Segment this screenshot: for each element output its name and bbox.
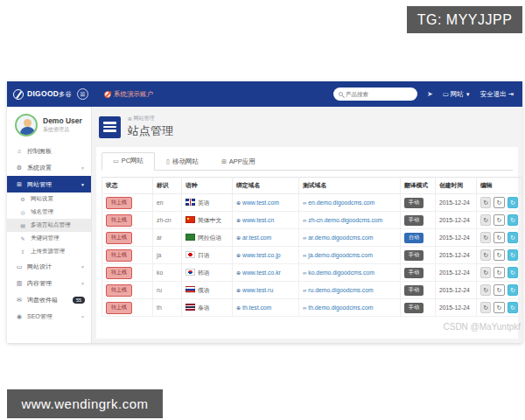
send-icon[interactable]: ➤ [427,90,433,98]
site-menu-label: 网站 [451,90,464,99]
sync-button[interactable] [508,267,518,278]
sites-table: 状态 标识 语种 绑定域名 测试域名 翻译模式 创建时间 编辑 [102,177,522,317]
search-input[interactable] [346,91,412,97]
sync-button[interactable] [508,197,518,208]
topbar-right: ➤ ▭ 网站 ▼ 安全退出 ⇥ [333,88,522,101]
link-icon: ∞ [303,218,306,223]
bound-domain-link[interactable]: www.test.cn [242,217,274,223]
site-code: ko [157,270,163,276]
user-card: Demo User 系统管理员 [7,107,91,143]
reload-button[interactable] [494,302,504,313]
test-domain-link[interactable]: ar.demo.digoodcms.com [308,234,373,241]
mode-badge: 手动 [404,215,424,226]
sidebar-item-keyword-management[interactable]: ✎ 关键词管理 [7,232,91,245]
bound-domain-link[interactable]: ar.test.com [242,234,271,241]
monitor-icon: ▭ [113,158,119,164]
sidebar-toggle-icon[interactable]: ☰ [77,88,88,100]
reload-button[interactable] [494,232,504,243]
sync-button[interactable] [508,284,518,296]
sync-button[interactable] [508,232,518,243]
test-domain-link[interactable]: zh-cn.demo.digoodcms.com [308,217,382,223]
chevron-down-icon: ▼ [80,165,85,171]
bound-domain-link[interactable]: www.test.co.jp [242,252,280,258]
tab-app[interactable]: ⊞ APP应用 [210,153,267,171]
flag-icon [186,216,195,223]
sidebar-item-faded[interactable]: ◦ [7,325,91,341]
logout-icon: ⇥ [508,90,514,98]
refresh-button[interactable] [480,302,491,313]
refresh-button[interactable] [480,249,491,261]
sidebar-item-site-management[interactable]: ⊞ 网站管理 ▼ [7,176,91,192]
sidebar-item-upload-management[interactable]: ⇪ 上传资源管理 [7,245,91,258]
csdn-watermark: CSDN @MaYuntpkf [443,322,521,332]
reload-button[interactable] [494,214,504,226]
reload-button[interactable] [494,267,504,278]
bound-domain-link[interactable]: www.test.com [242,200,279,206]
table-row: 待上线 ar 阿拉伯语 ⊕ar.test.com ∞ar.demo.digood… [102,229,522,247]
col-created: 创建时间 [436,178,477,194]
sidebar-item-site-design[interactable]: ▭ 网站设计 ▼ [7,258,91,275]
bound-domain-link[interactable]: www.test.co.kr [242,270,281,276]
top-watermark-text: TG: MYYJJPP [417,12,513,28]
content-card: ▭ PC网站 ▯ 移动网站 ⊞ APP应用 [96,147,518,339]
sidebar-item-seo-management[interactable]: ◉ SEO管理 ▼ [7,308,91,325]
refresh-button[interactable] [480,232,491,243]
sidebar-item-dashboard[interactable]: ⌂ 控制面板 [7,143,91,159]
bound-domain-link[interactable]: th.test.com [242,304,271,311]
mode-badge: 手动 [404,285,424,296]
demo-account-indicator: 系统演示账户 [104,90,153,99]
test-domain-link[interactable]: ko.demo.digoodcms.com [308,270,374,276]
refresh-button[interactable] [480,214,491,226]
monitor-icon: ▭ [443,90,449,98]
gear-icon: ⚙ [16,164,23,172]
test-domain-link[interactable]: ru.demo.digoodcms.com [308,287,373,293]
refresh-button[interactable] [480,284,491,296]
sidebar-item-site-settings[interactable]: ⚙ 网站设置 [7,192,91,206]
mode-badge: 手动 [404,198,424,208]
page: TG: MYYJJPP DIGOOD多谷 ☰ 系统演示账户 ➤ [0,0,525,420]
sync-button[interactable] [508,302,518,313]
reload-button[interactable] [494,284,504,296]
chevron-down-icon: ▼ [80,281,85,286]
language-label: 日语 [198,252,210,258]
home-icon: ⌂ [16,148,23,154]
created-date: 2015-12-24 [439,270,470,276]
link-icon: ∞ [303,270,306,276]
product-search[interactable] [333,88,417,101]
flag-icon [186,199,195,206]
test-domain-link[interactable]: en.demo.digoodcms.com [308,200,374,206]
tab-mobile-site[interactable]: ▯ 移动网站 [155,153,210,171]
tab-pc-site[interactable]: ▭ PC网站 [102,152,155,171]
reload-button[interactable] [494,197,504,208]
flag-icon [186,304,195,311]
globe-icon: ⊕ [236,235,241,241]
sidebar-item-inquiry-inbox[interactable]: ✉ 询盘收件箱 55 [7,291,91,308]
chevron-down-icon: ▼ [80,314,85,319]
sync-button[interactable] [508,214,518,226]
test-domain-link[interactable]: ja.demo.digoodcms.com [308,252,373,258]
sidebar-item-content-management[interactable]: ▥ 内容管理 ▼ [7,275,91,291]
site-code: ja [157,252,161,258]
test-domain-link[interactable]: th.demo.digoodcms.com [308,304,373,311]
sidebar-item-domain-management[interactable]: ◎ 域名管理 [7,206,91,219]
sidebar-item-multilang-sites[interactable]: ▤ 多语言站点管理 [7,219,91,232]
status-badge: 待上线 [106,214,132,227]
created-date: 2015-12-24 [439,200,470,206]
globe-icon: ⊕ [236,253,241,258]
breadcrumb: ⊞ 网站管理 [128,115,173,122]
sync-button[interactable] [508,249,518,261]
status-badge: 待上线 [106,284,132,297]
sidebar-item-system-settings[interactable]: ⚙ 系统设置 ▼ [7,159,91,176]
refresh-button[interactable] [480,267,491,278]
top-watermark-banner: TG: MYYJJPP [407,6,522,33]
refresh-button[interactable] [480,197,491,208]
bound-domain-link[interactable]: www.test.ru [242,287,273,293]
globe-icon: ⊕ [236,270,241,276]
site-code: th [157,304,162,311]
col-domain: 绑定域名 [233,178,299,194]
logout-button[interactable]: 安全退出 ⇥ [480,90,514,99]
language-label: 韩语 [198,270,210,276]
site-menu[interactable]: ▭ 网站 ▼ [443,90,471,99]
reload-button[interactable] [494,249,504,261]
created-date: 2015-12-24 [439,252,470,258]
